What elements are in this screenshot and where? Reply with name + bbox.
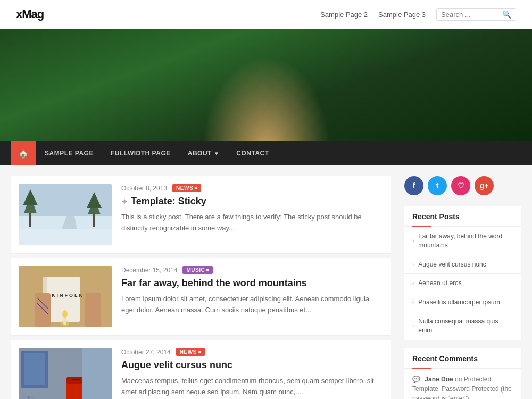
svg-rect-61 [72,379,80,380]
recent-posts-title: Recent Posts [404,206,521,227]
nav-fullwidth-page[interactable]: FULLWIDTH PAGE [102,141,179,165]
post-content: October 27, 2014 NEWS Augue velit cursus… [121,348,383,399]
twitter-button[interactable]: t [428,176,447,195]
comment-item: 💬 Jane Doe on Protected: Template: Passw… [404,369,521,399]
svg-text:◇ ◆ ◇: ◇ ◆ ◇ [23,395,35,399]
chevron-icon: › [412,237,414,245]
post-meta: December 15, 2014 MUSIC [121,266,383,274]
post-tag: MUSIC [182,266,213,274]
nav-about[interactable]: ABOUT ▼ [179,141,228,165]
post-excerpt: Lorem ipsum dolor sit amet, consectetuer… [121,294,383,316]
search-icon[interactable]: 🔍 [502,10,511,19]
post-date: December 15, 2014 [121,267,177,274]
search-wrapper: 🔍 [436,8,516,21]
post-meta: October 8, 2013 NEWS [121,184,383,192]
recent-post-item[interactable]: › Aenean ut eros [404,274,521,293]
post-card: October 8, 2013 NEWS ✦ Template: Sticky … [11,176,391,254]
svg-rect-63 [82,348,112,399]
comment-icon: 💬 [412,376,420,383]
svg-rect-58 [24,353,45,385]
post-meta: October 27, 2014 NEWS [121,348,383,356]
recent-comments-title: Recent Comments [404,348,521,369]
main-feed: October 8, 2013 NEWS ✦ Template: Sticky … [11,176,391,399]
post-excerpt: Maecenas tempus, tellus eget condimentum… [121,376,383,398]
tag-dot [195,187,197,189]
post-content: December 15, 2014 MUSIC Far far away, be… [121,266,383,327]
recent-post-item[interactable]: › Phasellus ullamcorper ipsum [404,293,521,312]
nav-home-button[interactable]: 🏠 [11,141,36,165]
chevron-icon: › [412,280,414,287]
header-nav-link-1[interactable]: Sample Page 2 [320,11,368,19]
header-right: Sample Page 2 Sample Page 3 🔍 [320,8,516,21]
social-icons: f t ♡ g+ [404,176,521,195]
post-thumbnail: ◇ ◆ ◇ [19,348,112,399]
header-nav-link-2[interactable]: Sample Page 3 [378,11,426,19]
post-title[interactable]: Far far away, behind the word mountains [121,277,383,289]
post-thumbnail [19,184,112,245]
post-excerpt: This is a sticky post. There are a few t… [121,212,383,234]
nav-contact[interactable]: CONTACT [228,141,277,165]
post-card: ◇ ◆ ◇ October 27, 2014 NEWS Augue velit … [11,340,391,399]
svg-point-54 [62,310,68,318]
site-header: xMag Sample Page 2 Sample Page 3 🔍 [0,0,532,29]
sticky-icon: ✦ [121,197,128,206]
post-title[interactable]: Augue velit cursus nunc [121,359,383,371]
svg-rect-43 [19,229,112,245]
svg-text:KINFOLK: KINFOLK [52,293,84,298]
tag-dot [198,351,201,353]
recent-posts-widget: Recent Posts › Far far away, behind the … [404,206,521,340]
post-card: KINFOLK December [11,258,391,336]
about-dropdown-chevron: ▼ [214,151,219,156]
site-logo[interactable]: xMag [16,7,44,21]
post-date: October 27, 2014 [121,348,171,356]
tag-dot [206,269,209,271]
svg-rect-49 [85,293,101,327]
post-tag: NEWS [176,348,205,356]
main-nav: 🏠 SAMPLE PAGE FULLWIDTH PAGE ABOUT ▼ CON… [0,141,532,165]
post-thumbnail: KINFOLK [19,266,112,327]
recent-post-item[interactable]: › Nulla consequat massa quis enim [404,312,521,340]
sidebar: f t ♡ g+ Recent Posts › Far far away, be… [404,176,521,399]
googleplus-button[interactable]: g+ [475,176,494,195]
chevron-icon: › [412,261,414,268]
instagram-button[interactable]: ♡ [451,176,470,195]
post-content: October 8, 2013 NEWS ✦ Template: Sticky … [121,184,383,245]
search-input[interactable] [441,11,500,19]
nav-sample-page[interactable]: SAMPLE PAGE [36,141,102,165]
recent-comments-widget: Recent Comments 💬 Jane Doe on Protected:… [404,348,521,399]
facebook-button[interactable]: f [404,176,423,195]
recent-post-item[interactable]: › Augue velit cursus nunc [404,255,521,275]
svg-rect-48 [35,293,51,327]
post-date: October 8, 2013 [121,185,167,192]
post-tag: NEWS [172,184,201,192]
content-wrap: October 8, 2013 NEWS ✦ Template: Sticky … [0,165,532,399]
post-title[interactable]: ✦ Template: Sticky [121,195,383,207]
chevron-icon: › [412,322,414,330]
recent-post-item[interactable]: › Far far away, behind the word mountain… [404,227,521,255]
hero-banner [0,29,532,141]
chevron-icon: › [412,299,414,306]
